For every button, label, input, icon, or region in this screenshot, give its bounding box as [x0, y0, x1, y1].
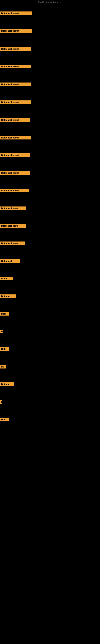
- bottleneck-result-badge[interactable]: Bottleneck result: [0, 189, 29, 192]
- bottleneck-result-badge[interactable]: Bottleneck resu: [0, 206, 26, 210]
- bottleneck-result-badge[interactable]: Bottlenec: [0, 294, 16, 298]
- bottleneck-result-badge[interactable]: Bott: [0, 312, 9, 316]
- bottleneck-result-badge[interactable]: Bottleneck: [0, 259, 20, 263]
- bottleneck-result-badge[interactable]: Bott: [0, 347, 9, 351]
- bottleneck-result-badge[interactable]: Bottleneck result: [0, 12, 32, 15]
- bottleneck-result-badge[interactable]: Bottleneck result: [0, 100, 31, 104]
- bottleneck-result-badge[interactable]: Bottleneck result: [0, 29, 32, 32]
- bottleneck-result-badge[interactable]: Bott: [0, 418, 9, 421]
- bottleneck-result-badge[interactable]: Bottleneck result: [0, 136, 31, 140]
- bottleneck-result-badge[interactable]: Bottleneck result: [0, 82, 31, 86]
- bottleneck-result-badge[interactable]: Bottle: [0, 277, 13, 280]
- bottleneck-result-badge[interactable]: Bottleneck result: [0, 47, 31, 51]
- bottleneck-result-badge[interactable]: B: [0, 330, 3, 333]
- bottleneck-result-badge[interactable]: Bottleneck result: [0, 171, 30, 175]
- bottleneck-result-badge[interactable]: Bottlen: [0, 382, 14, 386]
- bottleneck-result-badge[interactable]: Bottleneck resu: [0, 242, 25, 245]
- bottleneck-result-badge[interactable]: Bottleneck result: [0, 153, 30, 157]
- bottleneck-result-badge[interactable]: Bottleneck result: [0, 64, 31, 68]
- bottleneck-result-badge[interactable]: |: [0, 400, 2, 404]
- bottleneck-result-badge[interactable]: Bottleneck result: [0, 118, 30, 122]
- bottleneck-result-badge[interactable]: Bottleneck resu: [0, 224, 26, 228]
- site-title: TheBottlenecker.com: [0, 0, 100, 5]
- bottleneck-result-badge[interactable]: Bo: [0, 365, 6, 368]
